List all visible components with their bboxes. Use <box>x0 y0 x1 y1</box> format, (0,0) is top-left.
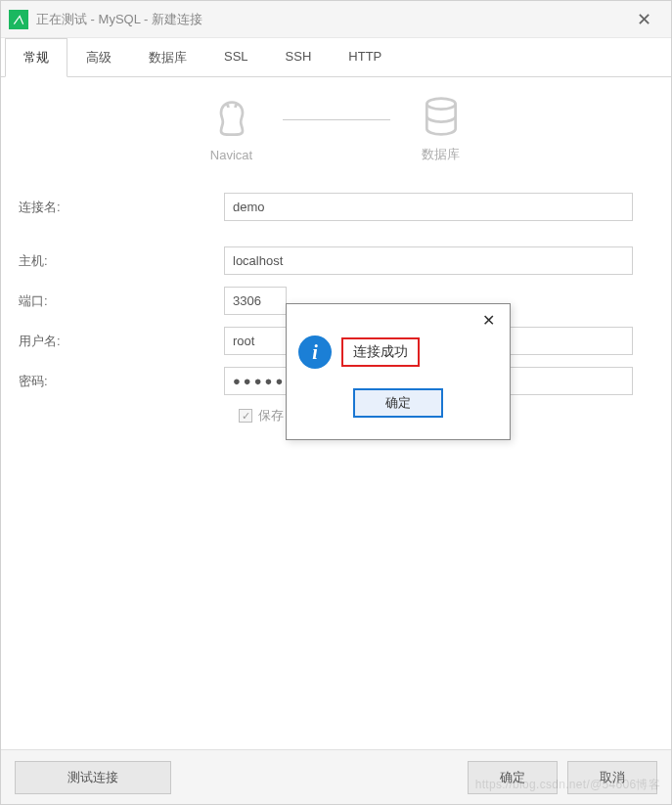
titlebar: 正在测试 - MySQL - 新建连接 ✕ <box>1 1 671 38</box>
tab-http[interactable]: HTTP <box>330 38 400 76</box>
navicat-icon <box>210 97 253 140</box>
port-input[interactable] <box>224 287 287 315</box>
connection-name-label: 连接名: <box>19 199 224 216</box>
hero-connector-line <box>283 119 390 120</box>
save-password-label: 保存 <box>258 407 284 425</box>
save-password-checkbox[interactable]: ✓ <box>239 409 252 423</box>
modal-header: ✕ <box>287 304 510 335</box>
tab-advanced[interactable]: 高级 <box>67 38 130 76</box>
connection-dialog: 正在测试 - MySQL - 新建连接 ✕ 常规 高级 数据库 SSL SSH … <box>0 0 672 805</box>
database-icon <box>420 95 463 138</box>
connection-name-input[interactable] <box>224 193 633 221</box>
svg-point-0 <box>426 99 455 110</box>
modal-footer: 确定 <box>287 377 510 418</box>
window-title: 正在测试 - MySQL - 新建连接 <box>36 11 624 28</box>
watermark-text: https://blog.csdn.net/@54606博客 <box>475 777 660 793</box>
port-label: 端口: <box>19 292 224 310</box>
username-label: 用户名: <box>19 333 224 350</box>
modal-body: i 连接成功 <box>287 335 510 377</box>
modal-message: 连接成功 <box>341 337 420 367</box>
password-label: 密码: <box>19 373 224 390</box>
hero-right: 数据库 <box>420 95 463 163</box>
tab-ssl[interactable]: SSL <box>205 38 267 76</box>
hero-left-label: Navicat <box>210 148 252 162</box>
tab-general[interactable]: 常规 <box>5 38 67 77</box>
hero-left: Navicat <box>210 97 253 162</box>
modal-ok-button[interactable]: 确定 <box>353 388 443 418</box>
tab-ssh[interactable]: SSH <box>267 38 331 76</box>
tabs: 常规 高级 数据库 SSL SSH HTTP <box>1 38 671 77</box>
app-icon <box>9 10 28 29</box>
modal-close-icon[interactable]: ✕ <box>476 311 500 330</box>
host-input[interactable] <box>224 246 633 275</box>
result-modal: ✕ i 连接成功 确定 <box>286 303 511 440</box>
close-icon[interactable]: ✕ <box>624 5 663 34</box>
host-label: 主机: <box>19 252 224 270</box>
hero-right-label: 数据库 <box>422 146 460 163</box>
tab-database[interactable]: 数据库 <box>130 38 205 76</box>
hero-graphic: Navicat 数据库 <box>19 95 653 163</box>
info-icon: i <box>298 335 332 369</box>
test-connection-button[interactable]: 测试连接 <box>15 761 171 794</box>
row-host: 主机: <box>19 246 653 275</box>
row-connection-name: 连接名: <box>19 193 653 221</box>
